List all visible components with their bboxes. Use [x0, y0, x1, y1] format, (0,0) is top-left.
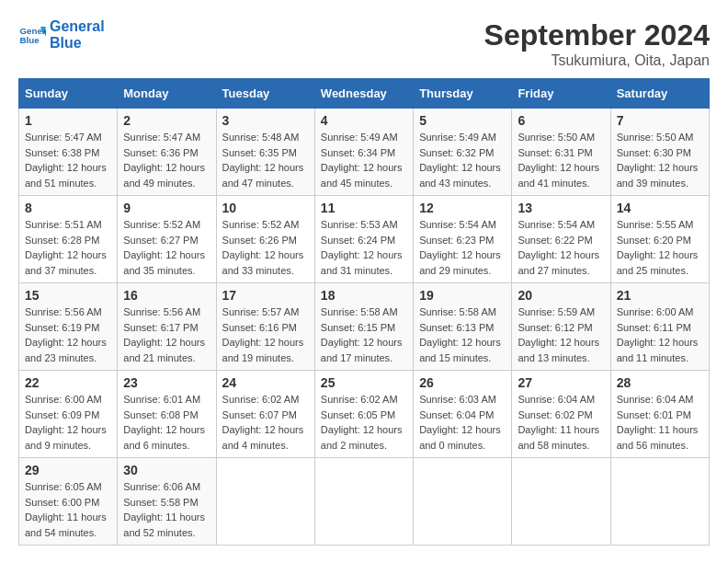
calendar-day-cell: 4Sunrise: 5:49 AMSunset: 6:34 PMDaylight… [314, 109, 413, 196]
day-number: 7 [617, 113, 703, 128]
calendar-subtitle: Tsukumiura, Oita, Japan [484, 52, 710, 69]
day-number: 25 [321, 375, 407, 390]
title-block: September 2024 Tsukumiura, Oita, Japan [484, 18, 710, 69]
day-detail: Sunrise: 6:02 AMSunset: 6:07 PMDaylight:… [222, 392, 309, 453]
calendar-day-cell: 10Sunrise: 5:52 AMSunset: 6:26 PMDayligh… [216, 196, 314, 283]
header-thursday: Thursday [414, 79, 512, 109]
day-number: 6 [518, 113, 604, 128]
header-monday: Monday [118, 79, 216, 109]
calendar-day-cell: 2Sunrise: 5:47 AMSunset: 6:36 PMDaylight… [118, 109, 216, 196]
day-detail: Sunrise: 5:53 AMSunset: 6:24 PMDaylight:… [321, 217, 407, 278]
calendar-day-cell: 6Sunrise: 5:50 AMSunset: 6:31 PMDaylight… [512, 109, 610, 196]
calendar-day-cell: 28Sunrise: 6:04 AMSunset: 6:01 PMDayligh… [610, 371, 709, 458]
day-number: 22 [25, 375, 111, 390]
day-number: 2 [123, 113, 210, 128]
day-number: 23 [123, 375, 210, 390]
day-number: 27 [518, 375, 604, 390]
calendar-day-cell: 3Sunrise: 5:48 AMSunset: 6:35 PMDaylight… [216, 109, 314, 196]
calendar-day-cell: 1Sunrise: 5:47 AMSunset: 6:38 PMDaylight… [19, 109, 118, 196]
calendar-day-cell: 29Sunrise: 6:05 AMSunset: 6:00 PMDayligh… [19, 458, 118, 546]
day-detail: Sunrise: 5:51 AMSunset: 6:28 PMDaylight:… [25, 217, 111, 278]
day-number: 14 [617, 201, 703, 215]
day-number: 15 [25, 288, 111, 303]
day-detail: Sunrise: 5:49 AMSunset: 6:34 PMDaylight:… [321, 130, 407, 190]
calendar-day-cell: 8Sunrise: 5:51 AMSunset: 6:28 PMDaylight… [19, 196, 118, 283]
calendar-day-cell: 13Sunrise: 5:54 AMSunset: 6:22 PMDayligh… [512, 196, 610, 283]
day-detail: Sunrise: 6:01 AMSunset: 6:08 PMDaylight:… [123, 392, 210, 453]
calendar-day-cell: 7Sunrise: 5:50 AMSunset: 6:30 PMDaylight… [610, 109, 709, 196]
day-number: 30 [123, 463, 210, 477]
day-number: 13 [518, 201, 604, 215]
day-detail: Sunrise: 5:56 AMSunset: 6:19 PMDaylight:… [25, 304, 111, 365]
calendar-day-cell: 15Sunrise: 5:56 AMSunset: 6:19 PMDayligh… [19, 283, 118, 371]
day-detail: Sunrise: 6:04 AMSunset: 6:01 PMDaylight:… [617, 392, 703, 453]
day-detail: Sunrise: 5:59 AMSunset: 6:12 PMDaylight:… [518, 304, 604, 365]
header-tuesday: Tuesday [216, 79, 314, 109]
day-detail: Sunrise: 5:48 AMSunset: 6:35 PMDaylight:… [222, 130, 309, 190]
calendar-week-row: 15Sunrise: 5:56 AMSunset: 6:19 PMDayligh… [19, 283, 710, 371]
header-friday: Friday [512, 79, 610, 109]
day-number: 3 [222, 113, 309, 128]
logo-general: General [50, 18, 105, 35]
day-detail: Sunrise: 6:02 AMSunset: 6:05 PMDaylight:… [321, 392, 407, 453]
day-number: 11 [321, 201, 407, 215]
calendar-day-cell: 26Sunrise: 6:03 AMSunset: 6:04 PMDayligh… [414, 371, 512, 458]
calendar-day-cell [314, 458, 413, 546]
calendar-day-cell: 22Sunrise: 6:00 AMSunset: 6:09 PMDayligh… [19, 371, 118, 458]
day-detail: Sunrise: 6:00 AMSunset: 6:11 PMDaylight:… [617, 304, 703, 365]
day-number: 4 [321, 113, 407, 128]
day-detail: Sunrise: 5:58 AMSunset: 6:15 PMDaylight:… [321, 304, 407, 365]
day-detail: Sunrise: 5:58 AMSunset: 6:13 PMDaylight:… [419, 304, 506, 365]
day-detail: Sunrise: 5:52 AMSunset: 6:26 PMDaylight:… [222, 217, 309, 278]
calendar-table: Sunday Monday Tuesday Wednesday Thursday… [18, 78, 710, 546]
day-number: 18 [321, 288, 407, 303]
calendar-day-cell [216, 458, 314, 546]
day-number: 20 [518, 288, 604, 303]
calendar-day-cell: 12Sunrise: 5:54 AMSunset: 6:23 PMDayligh… [414, 196, 512, 283]
day-number: 29 [25, 463, 111, 477]
calendar-week-row: 29Sunrise: 6:05 AMSunset: 6:00 PMDayligh… [19, 458, 710, 546]
day-number: 12 [419, 201, 506, 215]
logo-icon: General Blue [18, 21, 46, 49]
day-detail: Sunrise: 6:00 AMSunset: 6:09 PMDaylight:… [25, 392, 111, 453]
day-number: 21 [617, 288, 703, 303]
day-number: 5 [419, 113, 506, 128]
day-number: 28 [617, 375, 703, 390]
day-number: 8 [25, 201, 111, 215]
calendar-week-row: 8Sunrise: 5:51 AMSunset: 6:28 PMDaylight… [19, 196, 710, 283]
calendar-day-cell: 30Sunrise: 6:06 AMSunset: 5:58 PMDayligh… [118, 458, 216, 546]
calendar-header-row: Sunday Monday Tuesday Wednesday Thursday… [19, 79, 710, 109]
calendar-title: September 2024 [484, 18, 710, 52]
calendar-day-cell: 20Sunrise: 5:59 AMSunset: 6:12 PMDayligh… [512, 283, 610, 371]
logo: General Blue General Blue [18, 18, 105, 51]
calendar-day-cell [512, 458, 610, 546]
calendar-day-cell: 23Sunrise: 6:01 AMSunset: 6:08 PMDayligh… [118, 371, 216, 458]
calendar-day-cell: 21Sunrise: 6:00 AMSunset: 6:11 PMDayligh… [610, 283, 709, 371]
page-header: General Blue General Blue September 2024… [18, 18, 710, 69]
calendar-day-cell: 9Sunrise: 5:52 AMSunset: 6:27 PMDaylight… [118, 196, 216, 283]
calendar-day-cell [610, 458, 709, 546]
day-detail: Sunrise: 5:47 AMSunset: 6:36 PMDaylight:… [123, 130, 210, 190]
day-detail: Sunrise: 6:06 AMSunset: 5:58 PMDaylight:… [123, 479, 210, 540]
day-detail: Sunrise: 6:03 AMSunset: 6:04 PMDaylight:… [419, 392, 506, 453]
day-detail: Sunrise: 5:52 AMSunset: 6:27 PMDaylight:… [123, 217, 210, 278]
day-detail: Sunrise: 5:47 AMSunset: 6:38 PMDaylight:… [25, 130, 111, 190]
day-detail: Sunrise: 5:50 AMSunset: 6:30 PMDaylight:… [617, 130, 703, 190]
calendar-day-cell: 5Sunrise: 5:49 AMSunset: 6:32 PMDaylight… [414, 109, 512, 196]
day-number: 16 [123, 288, 210, 303]
header-sunday: Sunday [19, 79, 118, 109]
day-number: 17 [222, 288, 309, 303]
header-saturday: Saturday [610, 79, 709, 109]
day-detail: Sunrise: 5:50 AMSunset: 6:31 PMDaylight:… [518, 130, 604, 190]
day-number: 24 [222, 375, 309, 390]
calendar-day-cell: 14Sunrise: 5:55 AMSunset: 6:20 PMDayligh… [610, 196, 709, 283]
calendar-day-cell: 11Sunrise: 5:53 AMSunset: 6:24 PMDayligh… [314, 196, 413, 283]
day-number: 19 [419, 288, 506, 303]
day-number: 1 [25, 113, 111, 128]
day-detail: Sunrise: 5:49 AMSunset: 6:32 PMDaylight:… [419, 130, 506, 190]
calendar-day-cell: 18Sunrise: 5:58 AMSunset: 6:15 PMDayligh… [314, 283, 413, 371]
day-detail: Sunrise: 5:54 AMSunset: 6:22 PMDaylight:… [518, 217, 604, 278]
day-detail: Sunrise: 6:04 AMSunset: 6:02 PMDaylight:… [518, 392, 604, 453]
svg-text:Blue: Blue [20, 35, 40, 45]
calendar-week-row: 22Sunrise: 6:00 AMSunset: 6:09 PMDayligh… [19, 371, 710, 458]
